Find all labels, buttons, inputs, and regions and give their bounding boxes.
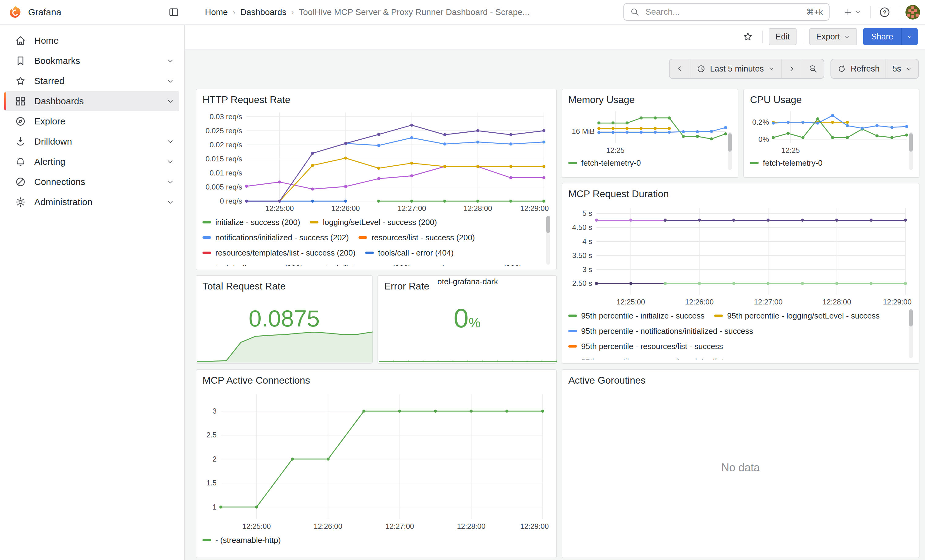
sidebar-item-bookmarks[interactable]: Bookmarks bbox=[4, 51, 179, 71]
time-range-group: Last 5 minutes bbox=[669, 59, 824, 79]
panel-title[interactable]: Active Goroutines bbox=[568, 374, 913, 387]
time-shift-back-button[interactable] bbox=[670, 59, 690, 78]
legend-item[interactable]: tools/list - success (200) bbox=[313, 260, 411, 266]
legend-swatch bbox=[568, 345, 577, 348]
panel-title[interactable]: MCP Request Duration bbox=[568, 187, 913, 201]
dashboard-main: Edit Export Share Last 5 minutes bbox=[185, 24, 925, 560]
new-button[interactable] bbox=[841, 6, 864, 18]
mcp-active-connections-chart[interactable]: 32.521.5112:25:0012:26:0012:27:0012:28:0… bbox=[202, 387, 550, 533]
sidebar-item-label: Connections bbox=[34, 177, 85, 187]
favorite-star-button[interactable] bbox=[740, 29, 756, 45]
search-input[interactable] bbox=[644, 6, 801, 17]
error-rate-sparkline[interactable] bbox=[379, 356, 557, 363]
legend-item[interactable]: logging/setLevel - success (200) bbox=[310, 215, 437, 230]
svg-text:3.50 s: 3.50 s bbox=[572, 251, 592, 260]
time-controls: Last 5 minutes Refresh 5s bbox=[669, 59, 919, 79]
legend-swatch bbox=[750, 162, 759, 164]
legend-wrap: fetch-telemetry-0 bbox=[568, 155, 732, 171]
help-button[interactable]: ? bbox=[877, 4, 893, 20]
sidebar-item-label: Bookmarks bbox=[34, 56, 80, 66]
chevron-down-icon[interactable] bbox=[166, 198, 174, 206]
legend-item[interactable]: 95th percentile - resources/templates/li… bbox=[568, 354, 760, 359]
legend-item[interactable]: 95th percentile - logging/setLevel - suc… bbox=[714, 308, 880, 323]
breadcrumb-dashboards[interactable]: Dashboards bbox=[240, 8, 286, 17]
legend-item[interactable]: fetch-telemetry-0 bbox=[568, 155, 641, 171]
memory-legend: fetch-telemetry-0 bbox=[568, 155, 732, 171]
legend-scrollbar[interactable] bbox=[728, 132, 732, 170]
refresh-interval-button[interactable]: 5s bbox=[886, 59, 918, 78]
legend-item[interactable]: fetch-telemetry-0 bbox=[750, 155, 823, 171]
mega-menu-toggle-button[interactable] bbox=[166, 5, 181, 20]
svg-text:2.50 s: 2.50 s bbox=[572, 279, 592, 287]
chevron-down-icon[interactable] bbox=[166, 57, 174, 65]
svg-text:?: ? bbox=[883, 9, 886, 16]
sidebar-item-label: Dashboards bbox=[34, 96, 84, 107]
legend-item[interactable]: 95th percentile - notifications/initiali… bbox=[568, 323, 753, 339]
search-box[interactable]: ⌘+k bbox=[624, 3, 830, 21]
mcp-request-duration-chart[interactable]: 5 s4.50 s4 s3.50 s3 s2.50 s12:25:0012:26… bbox=[568, 201, 913, 308]
divider bbox=[762, 30, 762, 43]
brand[interactable]: Grafana bbox=[9, 0, 61, 24]
legend-swatch bbox=[310, 221, 318, 224]
memory-usage-chart[interactable]: 16 MiB12:25 bbox=[568, 107, 732, 155]
panel-title[interactable]: Total Request Rate bbox=[202, 279, 366, 293]
chevron-down-icon[interactable] bbox=[166, 158, 174, 166]
chevron-down-icon[interactable] bbox=[166, 77, 174, 85]
svg-text:4 s: 4 s bbox=[582, 237, 592, 245]
sidebar-item-alerting[interactable]: Alerting bbox=[4, 152, 179, 172]
error-rate-value: 0% bbox=[378, 303, 556, 334]
breadcrumb-home[interactable]: Home bbox=[205, 8, 228, 17]
legend-item[interactable]: resources/templates/list - success (200) bbox=[202, 245, 356, 260]
panel-title[interactable]: CPU Usage bbox=[750, 93, 913, 107]
zoom-out-time-button[interactable] bbox=[802, 59, 824, 78]
time-shift-forward-button[interactable] bbox=[781, 59, 802, 78]
sidebar-item-label: Drilldown bbox=[34, 136, 72, 147]
sidebar-item-drilldown[interactable]: Drilldown bbox=[4, 131, 179, 152]
share-dropdown-button[interactable] bbox=[901, 28, 917, 45]
panel-title[interactable]: MCP Active Connections bbox=[202, 374, 550, 387]
cpu-usage-chart[interactable]: 0.2%0%12:25 bbox=[750, 107, 913, 155]
legend-scrollbar[interactable] bbox=[909, 132, 913, 170]
legend-item[interactable]: tools/call - error (404) bbox=[365, 245, 453, 260]
sidebar-item-connections[interactable]: Connections bbox=[4, 172, 179, 192]
legend-item[interactable]: notifications/initialized - success (202… bbox=[202, 230, 349, 245]
sidebar-item-home[interactable]: Home bbox=[4, 30, 179, 51]
sidebar-item-administration[interactable]: Administration bbox=[4, 192, 179, 212]
legend-swatch bbox=[202, 252, 211, 254]
legend-label: initialize - success (200) bbox=[215, 218, 300, 227]
legend-item[interactable]: initialize - success (200) bbox=[202, 215, 300, 230]
chevron-down-icon[interactable] bbox=[166, 178, 174, 186]
chevron-down-icon[interactable] bbox=[166, 97, 174, 105]
http-request-rate-chart[interactable]: 0 req/s0.005 req/s0.01 req/s0.015 req/s0… bbox=[202, 107, 550, 215]
panel-title[interactable]: Memory Usage bbox=[568, 93, 732, 107]
sidebar-item-dashboards[interactable]: Dashboards bbox=[4, 91, 179, 111]
legend-scrollbar[interactable] bbox=[546, 216, 550, 265]
refresh-button[interactable]: Refresh bbox=[831, 59, 886, 78]
svg-text:0.025 req/s: 0.025 req/s bbox=[206, 126, 242, 135]
panel-title[interactable]: HTTP Request Rate bbox=[202, 93, 550, 107]
legend-scrollbar[interactable] bbox=[909, 309, 913, 358]
search-minus-icon bbox=[809, 64, 818, 74]
panel-http-request-rate: HTTP Request Rate 0 req/s0.005 req/s0.01… bbox=[196, 89, 557, 270]
star-outline-icon bbox=[743, 31, 753, 42]
bookmark-icon bbox=[15, 55, 26, 67]
chevron-down-icon[interactable] bbox=[166, 138, 174, 146]
panel-mcp-request-duration: MCP Request Duration 5 s4.50 s4 s3.50 s3… bbox=[562, 183, 919, 364]
legend-item[interactable]: - (streamable-http) bbox=[202, 533, 281, 548]
angle-right-icon bbox=[788, 65, 795, 73]
sidebar-item-starred[interactable]: Starred bbox=[4, 71, 179, 91]
legend-item[interactable]: 95th percentile - resources/list - succe… bbox=[568, 339, 723, 354]
legend-wrap: fetch-telemetry-0 bbox=[750, 155, 913, 171]
time-range-picker-button[interactable]: Last 5 minutes bbox=[690, 59, 781, 78]
share-button[interactable]: Share bbox=[863, 28, 901, 45]
edit-button[interactable]: Edit bbox=[769, 28, 797, 45]
svg-text:12:27:00: 12:27:00 bbox=[754, 298, 782, 306]
user-avatar[interactable] bbox=[905, 5, 920, 20]
sidebar-item-explore[interactable]: Explore bbox=[4, 111, 179, 131]
svg-text:0 req/s: 0 req/s bbox=[220, 197, 242, 205]
export-button[interactable]: Export bbox=[809, 28, 857, 45]
legend-item[interactable]: unknown - success (200) bbox=[420, 260, 522, 266]
legend-item[interactable]: 95th percentile - initialize - success bbox=[568, 308, 705, 323]
legend-item[interactable]: resources/list - success (200) bbox=[359, 230, 475, 245]
legend-item[interactable]: tools/call - success (200) bbox=[202, 260, 303, 266]
